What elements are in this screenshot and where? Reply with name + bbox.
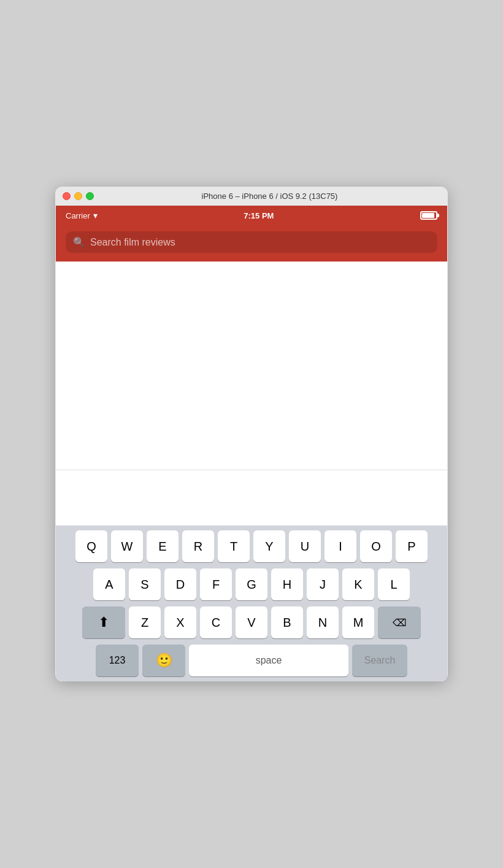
emoji-key[interactable]: 🙂 [142,645,185,676]
key-s[interactable]: S [129,568,161,600]
shift-key[interactable]: ⬆ [82,606,125,638]
search-bar[interactable]: 🔍 Search film reviews [66,231,437,253]
key-n[interactable]: N [307,606,339,638]
key-v[interactable]: V [236,606,267,638]
search-key-label: Search [364,655,396,666]
maximize-button[interactable] [86,192,94,200]
carrier-label: Carrier [66,211,90,220]
key-l[interactable]: L [378,568,410,600]
title-bar: iPhone 6 – iPhone 6 / iOS 9.2 (13C75) [55,187,448,206]
status-time: 7:15 PM [244,211,274,220]
nav-bar: 🔍 Search film reviews [56,225,447,262]
key-m[interactable]: M [342,606,374,638]
close-button[interactable] [63,192,71,200]
key-e[interactable]: E [147,530,179,562]
key-j[interactable]: J [307,568,339,600]
key-u[interactable]: U [289,530,321,562]
keyboard-row-3: ⬆ Z X C V B N M ⌫ [58,606,445,638]
key-q[interactable]: Q [75,530,107,562]
key-i[interactable]: I [324,530,356,562]
key-t[interactable]: T [218,530,250,562]
carrier-info: Carrier ▾ [66,211,98,220]
key-x[interactable]: X [164,606,196,638]
shift-icon: ⬆ [98,614,109,630]
key-h[interactable]: H [271,568,303,600]
phone-screen: Carrier ▾ 7:15 PM 🔍 Search film reviews … [56,206,447,681]
key-d[interactable]: D [164,568,196,600]
delete-key[interactable]: ⌫ [378,606,421,638]
minimize-button[interactable] [74,192,82,200]
traffic-lights [63,192,94,200]
emoji-icon: 🙂 [156,653,172,668]
space-label: space [256,655,282,666]
key-y[interactable]: Y [253,530,285,562]
battery-icon [420,211,437,220]
keyboard-row-1: Q W E R T Y U I O P [58,530,445,562]
simulator-window: iPhone 6 – iPhone 6 / iOS 9.2 (13C75) Ca… [55,187,448,681]
keyboard-row-4: 123 🙂 space Search [58,645,445,679]
keyboard-row-2: A S D F G H J K L [58,568,445,600]
key-b[interactable]: B [271,606,303,638]
search-icon: 🔍 [73,236,85,248]
search-key[interactable]: Search [352,645,407,676]
key-p[interactable]: P [396,530,428,562]
key-a[interactable]: A [93,568,125,600]
key-k[interactable]: K [342,568,374,600]
search-placeholder-text: Search film reviews [90,237,175,248]
key-r[interactable]: R [182,530,214,562]
status-bar: Carrier ▾ 7:15 PM [56,206,447,225]
content-area [56,262,447,525]
key-f[interactable]: F [200,568,232,600]
window-title: iPhone 6 – iPhone 6 / iOS 9.2 (13C75) [99,192,440,201]
keyboard: Q W E R T Y U I O P A S D F G H J K [56,525,447,681]
key-w[interactable]: W [111,530,143,562]
wifi-icon: ▾ [93,211,98,220]
key-z[interactable]: Z [129,606,161,638]
key-o[interactable]: O [360,530,392,562]
space-key[interactable]: space [189,645,348,676]
numbers-key[interactable]: 123 [96,645,139,676]
divider [56,470,447,470]
key-g[interactable]: G [236,568,267,600]
battery-fill [422,213,434,218]
key-c[interactable]: C [200,606,232,638]
numbers-label: 123 [109,655,126,666]
